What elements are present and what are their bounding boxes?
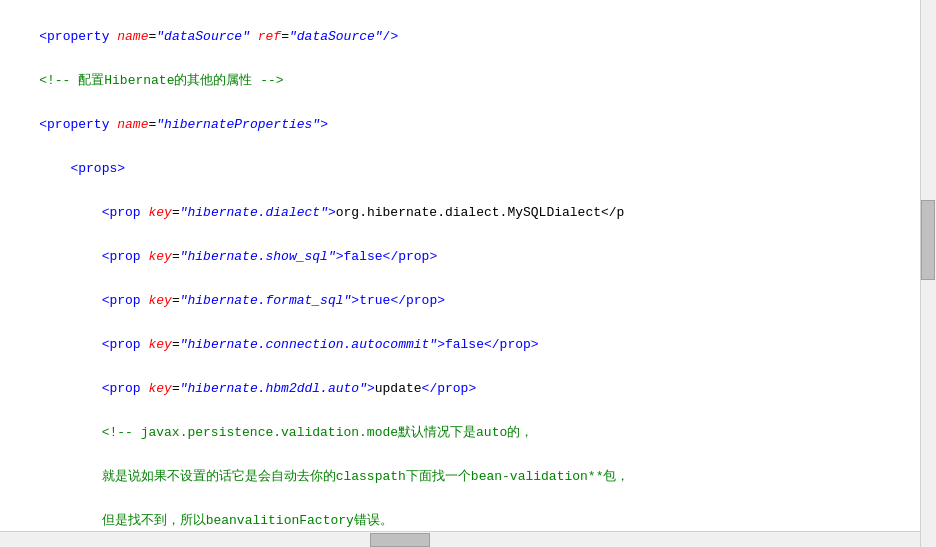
editor-container: <property name="dataSource" ref="dataSou… xyxy=(0,0,936,547)
line-2: <!-- 配置Hibernate的其他的属性 --> xyxy=(8,70,916,92)
line-5: <prop key="hibernate.dialect">org.hibern… xyxy=(8,202,916,224)
scrollbar-bottom[interactable] xyxy=(0,531,920,547)
line-3: <property name="hibernateProperties"> xyxy=(8,114,916,136)
line-1: <property name="dataSource" ref="dataSou… xyxy=(8,26,916,48)
line-6: <prop key="hibernate.show_sql">false</pr… xyxy=(8,246,916,268)
line-4: <props> xyxy=(8,158,916,180)
line-9: <prop key="hibernate.hbm2ddl.auto">updat… xyxy=(8,378,916,400)
scrollbar-thumb[interactable] xyxy=(921,200,935,280)
code-content: <property name="dataSource" ref="dataSou… xyxy=(0,0,936,547)
line-7: <prop key="hibernate.format_sql">true</p… xyxy=(8,290,916,312)
line-12: 但是找不到，所以beanvalitionFactory错误。 xyxy=(8,510,916,532)
scrollbar-bottom-thumb[interactable] xyxy=(370,533,430,547)
code-area[interactable]: <property name="dataSource" ref="dataSou… xyxy=(0,0,936,547)
line-8: <prop key="hibernate.connection.autocomm… xyxy=(8,334,916,356)
line-11: 就是说如果不设置的话它是会自动去你的classpath下面找一个bean-val… xyxy=(8,466,916,488)
scrollbar-right[interactable] xyxy=(920,0,936,547)
line-10: <!-- javax.persistence.validation.mode默认… xyxy=(8,422,916,444)
